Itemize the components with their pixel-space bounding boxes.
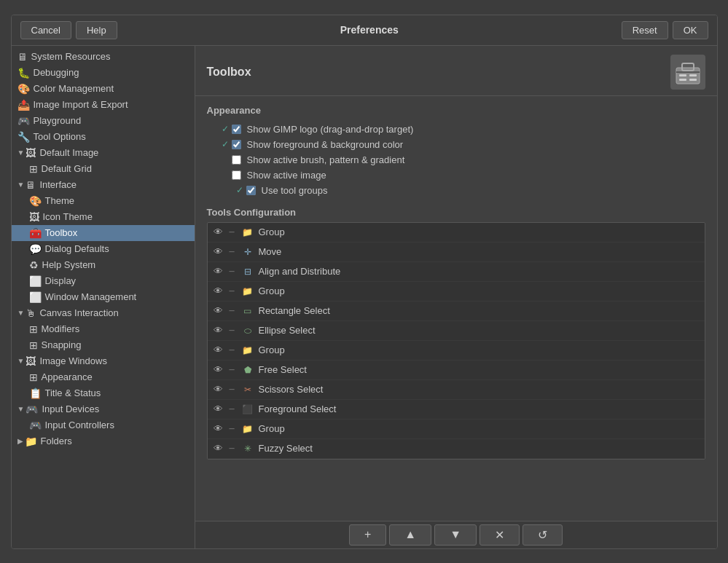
tool-row-ellipse-select[interactable]: 👁 ─ ⬭ Ellipse Select <box>208 321 705 341</box>
checkbox-gimp-logo-input[interactable] <box>232 125 241 134</box>
color-management-icon: 🎨 <box>17 83 30 95</box>
tool-label-group4: Group <box>259 423 285 434</box>
checkbox-active-image-input[interactable] <box>232 170 241 180</box>
reset-tools-button[interactable]: ↺ <box>522 524 563 546</box>
tool-row-group2[interactable]: 👁 ─ 📁 Group <box>208 282 705 302</box>
cancel-button[interactable]: Cancel <box>20 21 71 39</box>
sidebar-item-tool-options[interactable]: 🔧 Tool Options <box>12 129 195 145</box>
sidebar-item-theme[interactable]: 🎨 Theme <box>12 193 195 209</box>
svg-rect-3 <box>679 74 686 76</box>
visibility-icon-rect: 👁 <box>214 305 225 316</box>
tool-row-free-select[interactable]: 👁 ─ ⬟ Free Select <box>208 361 705 380</box>
interface-icon: 🖥 <box>26 179 36 191</box>
tool-label-rect: Rectangle Select <box>259 305 330 316</box>
tool-label-fuzzy: Fuzzy Select <box>259 443 313 454</box>
sidebar-item-playground[interactable]: 🎮 Playground <box>12 113 195 129</box>
image-windows-toggle: ▼ <box>17 357 25 365</box>
visibility-icon-fuzzy: 👁 <box>214 443 225 454</box>
tool-label-group3: Group <box>259 345 285 355</box>
debugging-icon: 🐛 <box>17 67 30 79</box>
move-up-button[interactable]: ▲ <box>389 524 431 546</box>
tool-options-icon: 🔧 <box>17 131 30 143</box>
bottom-toolbar: + ▲ ▼ ✕ ↺ <box>195 521 717 548</box>
fuzzy-tool-icon: ✳ <box>241 442 254 455</box>
rect-tool-icon: ▭ <box>241 304 254 318</box>
image-windows-icon: 🖼 <box>26 355 36 367</box>
checkbox-tool-groups-label: Use tool groups <box>262 185 328 196</box>
canvas-icon: 🖱 <box>26 307 36 319</box>
ok-button[interactable]: OK <box>673 21 708 39</box>
sidebar-item-default-grid[interactable]: ⊞ Default Grid <box>12 161 195 177</box>
sidebar-item-color-management[interactable]: 🎨 Color Management <box>12 81 195 97</box>
sidebar-item-image-windows[interactable]: ▼ 🖼 Image Windows <box>12 353 195 369</box>
sidebar-item-snapping[interactable]: ⊞ Snapping <box>12 337 195 353</box>
tool-row-group1[interactable]: 👁 ─ 📁 Group <box>208 223 705 243</box>
sidebar-item-help-system[interactable]: ♻ Help System <box>12 257 195 273</box>
tool-row-scissors[interactable]: 👁 ─ ✂ Scissors Select <box>208 380 705 400</box>
move-tool-icon: ✛ <box>241 245 254 259</box>
visibility-icon-scissors: 👁 <box>214 384 225 395</box>
snapping-icon: ⊞ <box>29 339 38 351</box>
sidebar-item-display[interactable]: ⬜ Display <box>12 273 195 289</box>
sidebar-item-canvas-interaction[interactable]: ▼ 🖱 Canvas Interaction <box>12 305 195 321</box>
sidebar: 🖥 System Resources 🐛 Debugging 🎨 Color M… <box>12 46 195 548</box>
titlebar: Cancel Help Preferences Reset OK <box>12 15 717 46</box>
tool-label-scissors: Scissors Select <box>259 384 324 395</box>
visibility-icon-ellipse: 👁 <box>214 325 225 336</box>
line-fg: ─ <box>230 405 238 413</box>
svg-rect-6 <box>689 79 697 81</box>
checkbox-fg-bg-input[interactable] <box>232 140 241 149</box>
sidebar-item-image-import-export[interactable]: 📤 Image Import & Export <box>12 97 195 113</box>
sidebar-item-modifiers[interactable]: ⊞ Modifiers <box>12 321 195 337</box>
sidebar-item-input-devices[interactable]: ▼ 🎮 Input Devices <box>12 401 195 417</box>
tools-config-label: Tools Configuration <box>207 207 705 218</box>
visibility-icon-group4: 👁 <box>214 423 225 434</box>
content-body: Appearance ✓ Show GIMP logo (drag-and-dr… <box>195 96 717 521</box>
sidebar-item-input-controllers[interactable]: 🎮 Input Controllers <box>12 417 195 433</box>
sidebar-item-toolbox[interactable]: 🧰 Toolbox <box>12 225 195 241</box>
checkbox-brush-label: Show active brush, pattern & gradient <box>247 154 405 165</box>
folder-icon-group3: 📁 <box>241 344 254 357</box>
tool-row-move[interactable]: 👁 ─ ✛ Move <box>208 243 705 262</box>
sidebar-item-debugging[interactable]: 🐛 Debugging <box>12 65 195 81</box>
checkbox-show-brush: ✓ Show active brush, pattern & gradient <box>207 152 705 168</box>
move-down-button[interactable]: ▼ <box>434 524 477 546</box>
folders-toggle: ▶ <box>17 437 23 445</box>
tool-label-move: Move <box>259 246 282 257</box>
dialog-defaults-icon: 💬 <box>29 243 42 255</box>
tool-row-fuzzy-select[interactable]: 👁 ─ ✳ Fuzzy Select <box>208 439 705 459</box>
tool-row-group4[interactable]: 👁 ─ 📁 Group <box>208 420 705 439</box>
fg-tool-icon: ⬛ <box>241 403 254 416</box>
sidebar-item-window-management[interactable]: ⬜ Window Management <box>12 289 195 305</box>
sidebar-item-icon-theme[interactable]: 🖼 Icon Theme <box>12 209 195 225</box>
help-button[interactable]: Help <box>76 21 117 39</box>
sidebar-item-folders[interactable]: ▶ 📁 Folders <box>12 433 195 449</box>
remove-tool-button[interactable]: ✕ <box>480 524 520 546</box>
image-import-icon: 📤 <box>17 99 30 111</box>
tool-label-group1: Group <box>259 227 285 237</box>
tool-row-rect-select[interactable]: 👁 ─ ▭ Rectangle Select <box>208 302 705 321</box>
sidebar-item-title-status[interactable]: 📋 Title & Status <box>12 385 195 401</box>
checkbox-brush-input[interactable] <box>232 155 241 165</box>
line-rect: ─ <box>230 307 238 315</box>
tool-row-group3[interactable]: 👁 ─ 📁 Group <box>208 341 705 361</box>
align-tool-icon: ⊟ <box>241 265 254 278</box>
add-tool-button[interactable]: + <box>349 524 386 546</box>
line-ellipse: ─ <box>230 326 238 334</box>
line-fuzzy: ─ <box>230 444 238 452</box>
dialog-title: Preferences <box>117 24 622 36</box>
sidebar-item-system-resources[interactable]: 🖥 System Resources <box>12 49 195 65</box>
sidebar-item-default-image[interactable]: ▼ 🖼 Default Image <box>12 145 195 161</box>
tool-row-fg-select[interactable]: 👁 ─ ⬛ Foreground Select <box>208 400 705 420</box>
checkbox-use-tool-groups: ✓ Use tool groups <box>207 183 705 198</box>
tool-row-align[interactable]: 👁 ─ ⊟ Align and Distribute <box>208 262 705 282</box>
checkmark-gimp-logo: ✓ <box>222 124 229 134</box>
reset-button[interactable]: Reset <box>622 21 668 39</box>
preferences-dialog: Cancel Help Preferences Reset OK 🖥 Syste… <box>11 15 718 549</box>
visibility-icon-free: 👁 <box>214 364 225 375</box>
checkbox-tool-groups-input[interactable] <box>246 186 256 195</box>
line-free: ─ <box>230 366 238 374</box>
sidebar-item-appearance[interactable]: ⊞ Appearance <box>12 369 195 385</box>
sidebar-item-interface[interactable]: ▼ 🖥 Interface <box>12 177 195 193</box>
sidebar-item-dialog-defaults[interactable]: 💬 Dialog Defaults <box>12 241 195 257</box>
